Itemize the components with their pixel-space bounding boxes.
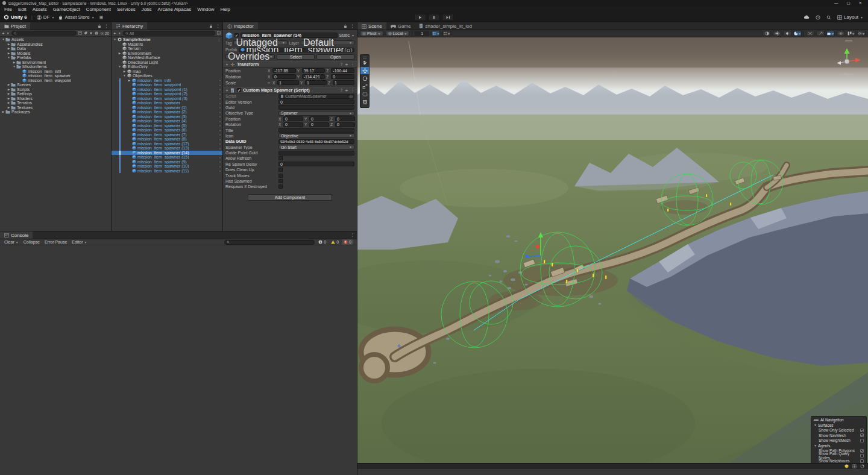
tab-inspector[interactable]: Inspector <box>223 22 258 30</box>
info-icon[interactable] <box>95 31 98 35</box>
checkbox[interactable]: ✓ <box>860 449 864 453</box>
projection-label[interactable]: < Persp <box>831 72 863 77</box>
hierarchy-item[interactable]: mission_item_spawner› <box>112 101 222 105</box>
create-object-caret[interactable]: ▼ <box>118 31 121 35</box>
info-count-badge[interactable]: 0 <box>316 239 328 245</box>
project-tree-item[interactable]: ▶Environment <box>0 60 111 65</box>
help-icon[interactable]: ? <box>340 62 342 67</box>
move-tool[interactable] <box>360 67 369 74</box>
project-tree-item[interactable]: ▶AssetBundles <box>0 42 111 47</box>
foldout-closed-icon[interactable]: ▶ <box>7 43 11 46</box>
prefab-open-chevron-icon[interactable]: › <box>219 160 222 163</box>
menu-item-jobs[interactable]: Jobs <box>139 7 155 12</box>
hierarchy-item[interactable]: mission_item_spawner (15)› <box>112 155 222 160</box>
lock-icon[interactable] <box>209 24 213 28</box>
respawn-if-destroyed-checkbox[interactable] <box>278 184 283 189</box>
project-tree-item[interactable]: mission_item_spawner <box>0 74 111 78</box>
spawner-script-header[interactable]: ▼ # ✓ Custom Maps Spawner (Script) ?≑⋮ <box>223 87 357 93</box>
project-tree-item[interactable]: ▶Settings <box>0 92 111 96</box>
search-by-type-icon[interactable] <box>78 31 82 35</box>
foldout-closed-icon[interactable]: ▶ <box>7 92 11 95</box>
checkbox[interactable]: ✓ <box>860 429 864 432</box>
scene-viewport[interactable]: < Persp AI Navigation ▼SurfacesShow Only… <box>357 37 868 469</box>
tab-project[interactable]: Project <box>0 22 30 30</box>
prefab-open-chevron-icon[interactable]: › <box>219 87 222 91</box>
overlays-menu-icon[interactable]: ▼ <box>847 31 855 36</box>
panel-menu-icon[interactable]: ⋮ <box>350 24 354 28</box>
layout-dropdown[interactable]: Layout▼ <box>837 14 863 20</box>
prefab-open-chevron-icon[interactable]: › <box>219 119 222 123</box>
account-button[interactable]: DF▼ <box>37 14 55 20</box>
project-search-input[interactable] <box>11 31 77 36</box>
foldout-open-icon[interactable]: ▼ <box>12 65 16 68</box>
foldout-closed-icon[interactable]: ▶ <box>12 61 16 64</box>
has-spawned-checkbox[interactable] <box>278 179 283 183</box>
gizmo-drag-handle[interactable] <box>845 40 852 43</box>
project-tree-item[interactable]: mission_item_waypoint <box>0 78 111 83</box>
error-count-badge[interactable]: 0 <box>342 239 353 245</box>
tab-scene[interactable]: Scene <box>357 22 386 30</box>
hierarchy-item[interactable]: mission_item_waypoint (2)› <box>112 92 222 96</box>
console-error-pause-button[interactable]: Error Pause <box>42 239 69 245</box>
transform-scale-y-field[interactable]: 1 <box>305 80 327 85</box>
prefab-open-chevron-icon[interactable]: › <box>219 137 222 141</box>
close-button[interactable]: ✕ <box>859 1 862 5</box>
hierarchy-item[interactable]: ▼EditorOnly <box>112 64 222 69</box>
tab-shader-graph[interactable]: shader_simple_lit_lod <box>415 22 476 30</box>
hierarchy-item[interactable]: ▶Environment <box>112 51 222 56</box>
prefab-select-button[interactable]: Select <box>277 54 315 60</box>
project-tree-item[interactable]: ▶Textures <box>0 105 111 110</box>
add-component-button[interactable]: Add Component <box>248 194 332 201</box>
allow-refresh-checkbox[interactable] <box>278 156 283 160</box>
project-tree-item[interactable]: ▶Scripts <box>0 87 111 92</box>
console-log-area[interactable] <box>0 246 357 475</box>
tab-hierarchy[interactable]: Hierarchy <box>112 22 147 30</box>
script-object-field[interactable]: CustomMapsSpawner◎ <box>278 94 354 99</box>
2d-mode-icon[interactable] <box>806 31 814 36</box>
re-spawn-delay-field[interactable]: 0 <box>278 162 354 166</box>
transform-scale-z-field[interactable]: 1 <box>333 80 354 85</box>
hierarchy-item[interactable]: Terrain <box>112 46 222 51</box>
foldout-closed-icon[interactable]: ▶ <box>7 47 11 50</box>
ai-nav-option[interactable]: Show HeightMesh <box>811 438 866 444</box>
shading-mode-icon[interactable] <box>763 31 771 36</box>
transform-position-x-field[interactable]: -117.85 <box>272 68 296 73</box>
project-tree-item[interactable]: ▼Prefabs <box>0 55 111 60</box>
ai-nav-option[interactable]: Show Path Query Nodes <box>811 453 866 459</box>
layer-dropdown[interactable]: Default▼ <box>301 40 354 45</box>
console-editor-dropdown[interactable]: Editor▼ <box>69 239 89 245</box>
transform-rotation-y-field[interactable]: -114.421 <box>302 74 326 79</box>
overlay-drag-handle[interactable] <box>360 56 369 58</box>
transform-position-y-field[interactable]: 39.17 <box>302 68 326 73</box>
hierarchy-item[interactable]: NavMeshSurface <box>112 55 222 60</box>
hierarchy-item[interactable]: mission_item_spawner (6)› <box>112 128 222 133</box>
hierarchy-search-input[interactable]: All <box>123 31 215 36</box>
checkbox[interactable] <box>860 439 864 442</box>
minimize-button[interactable]: — <box>834 1 838 5</box>
project-tree-item[interactable]: ▶Packages <box>0 110 111 115</box>
prefab-open-chevron-icon[interactable]: › <box>219 105 222 109</box>
version-control-icon[interactable] <box>99 15 104 20</box>
foldout-open-icon[interactable]: ▼ <box>1 38 5 41</box>
menu-item-help[interactable]: Help <box>218 7 233 12</box>
hierarchy-item[interactable]: mission_item_spawner (10)› <box>112 164 222 169</box>
scene-visibility-icon[interactable] <box>837 31 845 36</box>
prefab-open-chevron-icon[interactable]: › <box>219 115 222 118</box>
ai-nav-section-surfaces[interactable]: ▼Surfaces <box>811 423 866 428</box>
guide-point-guid-field[interactable] <box>278 151 354 156</box>
rotation-z-field[interactable]: 0 <box>335 122 355 127</box>
prefab-open-chevron-icon[interactable]: › <box>219 83 222 87</box>
foldout-closed-icon[interactable]: ▶ <box>7 101 11 104</box>
position-z-field[interactable]: 0 <box>335 116 355 121</box>
foldout-closed-icon[interactable]: ▶ <box>1 110 5 113</box>
asset-store-button[interactable]: Asset Store▼ <box>58 14 94 20</box>
grid-snap-toggle[interactable]: ▼ <box>432 31 440 36</box>
foldout-open-icon[interactable]: ▼ <box>118 65 122 68</box>
prefab-open-chevron-icon[interactable]: › <box>219 78 222 82</box>
prefab-open-chevron-icon[interactable]: › <box>219 101 222 105</box>
maximize-button[interactable]: ▢ <box>846 1 850 5</box>
menu-item-arcane-alpacas[interactable]: Arcane Alpacas <box>155 7 195 12</box>
scale-link-icon[interactable]: ∞ <box>268 81 272 84</box>
project-tree-item[interactable]: ▶Models <box>0 51 111 56</box>
static-label[interactable]: Static <box>339 33 350 37</box>
